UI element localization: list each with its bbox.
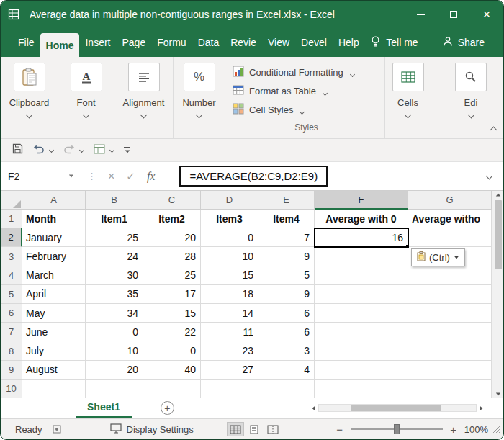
cell-B8[interactable]: 10 bbox=[86, 341, 143, 360]
cell-F2[interactable]: 16 bbox=[315, 228, 408, 247]
share-button[interactable]: Share bbox=[443, 36, 485, 49]
zoom-slider[interactable] bbox=[351, 428, 443, 430]
cell-C8[interactable]: 0 bbox=[143, 341, 201, 360]
page-layout-view-button[interactable] bbox=[246, 422, 263, 436]
cell-F10[interactable] bbox=[315, 380, 408, 398]
save-button[interactable] bbox=[12, 143, 23, 157]
cell-D3[interactable]: 10 bbox=[201, 247, 258, 266]
vertical-scrollbar[interactable] bbox=[492, 191, 503, 398]
paste-options-dropdown-icon[interactable] bbox=[454, 256, 459, 259]
cell-G1[interactable]: Average witho bbox=[408, 210, 492, 228]
tab-view[interactable]: View bbox=[262, 28, 295, 57]
tab-home[interactable]: Home bbox=[40, 33, 80, 57]
tab-help[interactable]: Help bbox=[333, 28, 365, 57]
cell-C10[interactable] bbox=[143, 380, 201, 398]
cell-C3[interactable]: 28 bbox=[143, 247, 201, 266]
cell-E4[interactable]: 5 bbox=[258, 266, 315, 285]
cell-F5[interactable] bbox=[315, 285, 408, 304]
cell-E1[interactable]: Item4 bbox=[258, 210, 315, 228]
cell-A5[interactable]: April bbox=[22, 285, 86, 304]
new-sheet-button[interactable]: + bbox=[161, 401, 174, 415]
minimize-button[interactable] bbox=[404, 1, 437, 28]
cell-E8[interactable]: 3 bbox=[258, 341, 315, 360]
cell-C6[interactable]: 15 bbox=[143, 304, 201, 323]
tab-data[interactable]: Data bbox=[192, 28, 225, 57]
cell-A3[interactable]: February bbox=[22, 247, 86, 266]
cell-F1[interactable]: Average with 0 bbox=[315, 210, 408, 228]
cell-A7[interactable]: June bbox=[22, 323, 86, 341]
record-macro-button[interactable] bbox=[53, 425, 61, 434]
ribbon-group-number[interactable]: % Number bbox=[174, 57, 225, 138]
column-header-b[interactable]: B bbox=[86, 191, 143, 210]
column-header-f[interactable]: F bbox=[315, 191, 408, 210]
cell-B2[interactable]: 25 bbox=[86, 228, 143, 247]
column-header-e[interactable]: E bbox=[258, 191, 315, 210]
zoom-slider-handle[interactable] bbox=[394, 424, 400, 434]
row-header-1[interactable]: 1 bbox=[1, 210, 22, 228]
cell-G2[interactable] bbox=[408, 228, 492, 247]
cell-B6[interactable]: 34 bbox=[86, 304, 143, 323]
cell-B4[interactable]: 30 bbox=[86, 266, 143, 285]
formula-input[interactable]: =AVERAGE(B2:C9,D2:E9) bbox=[179, 166, 328, 187]
cell-G7[interactable] bbox=[408, 323, 492, 341]
row-header-7[interactable]: 7 bbox=[1, 323, 22, 341]
insert-function-icon[interactable]: fx bbox=[147, 170, 156, 183]
row-header-8[interactable]: 8 bbox=[1, 341, 22, 360]
tab-revie[interactable]: Revie bbox=[225, 28, 262, 57]
cell-B10[interactable] bbox=[86, 380, 143, 398]
scroll-down-icon[interactable] bbox=[495, 393, 500, 396]
ribbon-group-font[interactable]: A Font bbox=[58, 57, 114, 138]
ribbon-group-clipboard[interactable]: Clipboard bbox=[1, 57, 58, 138]
cell-G8[interactable] bbox=[408, 341, 492, 360]
cell-A8[interactable]: July bbox=[22, 341, 86, 360]
cell-F7[interactable] bbox=[315, 323, 408, 341]
cell-D4[interactable]: 15 bbox=[201, 266, 258, 285]
cancel-icon[interactable]: × bbox=[108, 170, 114, 183]
fill-handle[interactable] bbox=[405, 244, 408, 247]
scroll-up-icon[interactable] bbox=[495, 194, 500, 197]
tab-insert[interactable]: Insert bbox=[79, 28, 116, 57]
close-button[interactable]: × bbox=[470, 1, 503, 28]
page-break-view-button[interactable] bbox=[264, 422, 282, 436]
tell-me-button[interactable]: Tell me bbox=[370, 35, 418, 50]
zoom-out-button[interactable]: − bbox=[335, 423, 345, 436]
cell-D7[interactable]: 11 bbox=[201, 323, 258, 341]
cell-E2[interactable]: 7 bbox=[258, 228, 315, 247]
cell-G6[interactable] bbox=[408, 304, 492, 323]
ribbon-group-cells[interactable]: Cells bbox=[385, 57, 431, 138]
cell-B5[interactable]: 35 bbox=[86, 285, 143, 304]
cell-F4[interactable] bbox=[315, 266, 408, 285]
cell-styles-button[interactable]: Cell Styles bbox=[233, 100, 380, 119]
horizontal-scrollbar[interactable] bbox=[312, 403, 483, 413]
row-header-10[interactable]: 10 bbox=[1, 380, 22, 398]
cell-F8[interactable] bbox=[315, 341, 408, 360]
cell-B3[interactable]: 24 bbox=[86, 247, 143, 266]
name-box[interactable]: F2 bbox=[1, 166, 81, 187]
cell-C4[interactable]: 25 bbox=[143, 266, 201, 285]
cell-E3[interactable]: 9 bbox=[258, 247, 315, 266]
cell-G5[interactable] bbox=[408, 285, 492, 304]
vertical-scroll-thumb[interactable] bbox=[495, 200, 502, 269]
cell-D2[interactable]: 0 bbox=[201, 228, 258, 247]
row-header-2[interactable]: 2 bbox=[1, 228, 22, 247]
cell-C5[interactable]: 17 bbox=[143, 285, 201, 304]
horizontal-scroll-track[interactable] bbox=[318, 404, 477, 412]
tab-formu[interactable]: Formu bbox=[151, 28, 192, 57]
undo-button[interactable] bbox=[33, 144, 53, 157]
column-header-a[interactable]: A bbox=[22, 191, 86, 210]
cell-D10[interactable] bbox=[201, 380, 258, 398]
cell-D1[interactable]: Item3 bbox=[201, 210, 258, 228]
column-header-d[interactable]: D bbox=[201, 191, 258, 210]
cell-F6[interactable] bbox=[315, 304, 408, 323]
row-header-4[interactable]: 4 bbox=[1, 266, 22, 285]
cell-A2[interactable]: January bbox=[22, 228, 86, 247]
maximize-button[interactable] bbox=[437, 1, 470, 28]
column-header-c[interactable]: C bbox=[143, 191, 201, 210]
cell-D5[interactable]: 18 bbox=[201, 285, 258, 304]
cell-E9[interactable]: 4 bbox=[258, 361, 315, 380]
scroll-right-icon[interactable] bbox=[480, 405, 483, 410]
sheet-tab-sheet1[interactable]: Sheet1 bbox=[76, 398, 132, 418]
customize-quick-access-button[interactable] bbox=[124, 147, 130, 153]
cell-E7[interactable]: 6 bbox=[258, 323, 315, 341]
cell-G9[interactable] bbox=[408, 361, 492, 380]
